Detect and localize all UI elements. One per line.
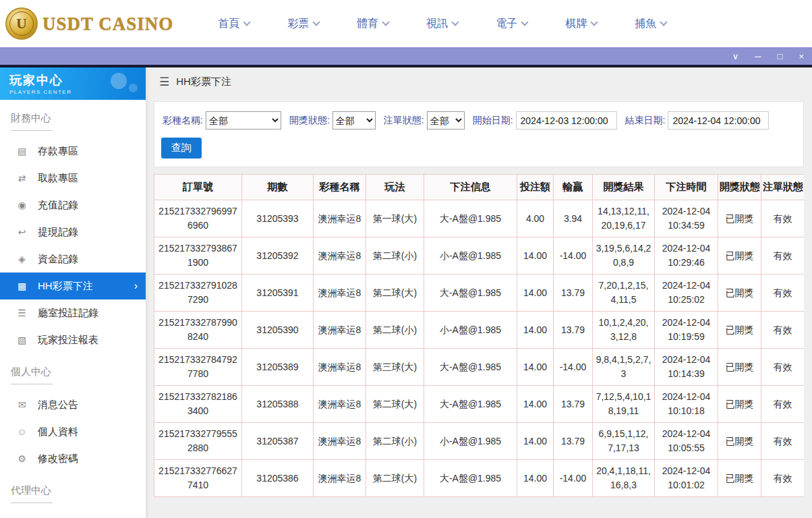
cell-win-loss: -14.00 [554, 349, 593, 386]
cell-win-loss: 13.79 [554, 386, 593, 423]
cell-bet-info: 大-A盤@1.985 [424, 386, 517, 423]
cell-win-loss: 13.79 [554, 275, 593, 312]
page-title: HH彩票下注 [176, 76, 231, 88]
cell-lottery-name: 澳洲幸运8 [314, 386, 366, 423]
cell-bet-amount: 14.00 [517, 275, 554, 312]
sidebar-item-funds-record[interactable]: ◈ 資金記錄 [0, 246, 146, 272]
start-date-input[interactable] [516, 111, 617, 130]
cell-bet-amount: 4.00 [517, 200, 554, 237]
col-play-type: 玩法 [366, 175, 424, 200]
lottery-name-select[interactable]: 全部 [206, 111, 281, 130]
cell-draw-result: 3,19,5,6,14,20,8,9 [593, 237, 655, 275]
cell-order-status: 有效 [761, 349, 805, 386]
cell-bet-time: 2024-12-04 10:10:18 [655, 386, 718, 423]
sidebar-item-agent-rules[interactable]: ☰ 代理規則說明 [0, 510, 146, 518]
app-window: U USDT CASINO 首頁 彩票 體育 視訊 電子 棋牌 捕魚 ∨ ─ □… [0, 0, 812, 518]
sidebar-item-recharge-record[interactable]: ◉ 充值記錄 [0, 192, 146, 219]
sidebar-subtitle: PLAYERS CENTER [9, 89, 146, 95]
cell-period: 31205390 [242, 312, 314, 349]
col-bet-amount: 投注額 [517, 175, 554, 200]
report-icon: ▧ [16, 335, 28, 345]
menu-icon[interactable]: ☰ [159, 75, 169, 89]
breadcrumb: ☰ HH彩票下注 [146, 67, 812, 96]
cell-draw-status: 已開獎 [718, 349, 761, 386]
cell-draw-result: 14,13,12,11,20,19,6,17 [593, 200, 655, 237]
cell-period: 31205388 [242, 386, 314, 423]
nav-item-video[interactable]: 視訊 [426, 17, 458, 31]
cell-order-no: 2152173327879908240 [154, 312, 242, 349]
sidebar: 玩家中心 PLAYERS CENTER 財務中心 ▤ 存款專區 ⇄ 取款專區 ◉… [0, 67, 146, 518]
transfer-icon: ⇄ [16, 173, 28, 183]
end-date-label: 結束日期: [625, 115, 666, 127]
cell-play-type: 第二球(大) [366, 275, 424, 312]
cell-period: 31205391 [242, 275, 314, 312]
cell-play-type: 第二球(大) [366, 386, 424, 423]
col-draw-result: 開獎結果 [593, 175, 655, 200]
cell-bet-time: 2024-12-04 10:01:02 [655, 460, 718, 497]
cell-order-status: 有效 [761, 423, 805, 460]
lottery-name-label: 彩種名稱: [163, 115, 203, 127]
cell-draw-status: 已開獎 [718, 460, 761, 497]
logo[interactable]: U USDT CASINO [5, 7, 173, 40]
order-status-select[interactable]: 全部 [427, 111, 465, 130]
sidebar-item-withdraw-record[interactable]: ↩ 提現記錄 [0, 219, 146, 246]
cell-lottery-name: 澳洲幸运8 [314, 312, 366, 349]
section-heading-finance: 財務中心 [0, 100, 146, 131]
sidebar-header: 玩家中心 PLAYERS CENTER [0, 67, 146, 100]
search-button[interactable]: 查詢 [161, 138, 202, 159]
end-date-input[interactable] [668, 111, 769, 130]
minimize-icon[interactable]: ─ [755, 52, 761, 61]
cell-bet-time: 2024-12-04 10:34:59 [655, 200, 718, 237]
draw-status-select[interactable]: 全部 [332, 111, 376, 130]
collapse-icon[interactable]: ∨ [732, 52, 739, 61]
sidebar-item-hh-lottery-bets[interactable]: ▦ HH彩票下注 › [0, 272, 146, 299]
sidebar-item-deposit[interactable]: ▤ 存款專區 [0, 138, 146, 165]
cell-period: 31205387 [242, 423, 314, 460]
sidebar-item-withdraw[interactable]: ⇄ 取款專區 [0, 165, 146, 192]
cell-order-status: 有效 [761, 312, 805, 349]
cell-play-type: 第二球(大) [366, 460, 424, 497]
cell-period: 31205393 [242, 200, 314, 237]
col-period: 期數 [242, 175, 314, 200]
cell-play-type: 第二球(小) [366, 237, 424, 275]
cell-draw-result: 20,4,1,18,11,16,8,3 [593, 460, 655, 497]
cell-draw-status: 已開獎 [718, 312, 761, 349]
nav-item-chess[interactable]: 棋牌 [565, 17, 597, 31]
cell-bet-info: 小-A盤@1.985 [424, 423, 517, 460]
col-lottery-name: 彩種名稱 [314, 175, 366, 200]
menu-list-icon: ☰ [16, 308, 28, 318]
cell-bet-time: 2024-12-04 10:05:55 [655, 423, 718, 460]
close-icon[interactable]: × [799, 52, 804, 61]
table-row: 2152173327847927780 31205389 澳洲幸运8 第三球(大… [154, 349, 805, 386]
cell-bet-amount: 14.00 [517, 349, 554, 386]
cell-bet-amount: 14.00 [517, 460, 554, 497]
nav-item-fishing[interactable]: 捕魚 [635, 17, 666, 31]
sidebar-item-announcements[interactable]: ✉ 消息公告 [0, 391, 146, 418]
chevron-down-icon [382, 18, 390, 26]
return-arrow-icon: ↩ [16, 227, 28, 237]
cell-period: 31205392 [242, 237, 314, 275]
cell-draw-status: 已開獎 [718, 275, 761, 312]
coins-icon: ◈ [16, 254, 28, 264]
cell-draw-result: 6,9,15,1,12,7,17,13 [593, 423, 655, 460]
sidebar-item-profile[interactable]: ☺ 個人資料 [0, 418, 146, 445]
nav-item-lottery[interactable]: 彩票 [287, 17, 319, 31]
maximize-icon[interactable]: □ [778, 52, 783, 61]
cell-play-type: 第三球(大) [366, 349, 424, 386]
table-row: 2152173327910287290 31205391 澳洲幸运8 第二球(大… [154, 275, 805, 312]
bets-table-wrap: 訂單號 期數 彩種名稱 玩法 下注信息 投注額 輸贏 開獎結果 下注時間 開獎狀… [154, 174, 804, 518]
nav-item-electronic[interactable]: 電子 [496, 17, 527, 31]
sidebar-item-player-bet-report[interactable]: ▧ 玩家投注報表 [0, 326, 146, 353]
cell-bet-amount: 14.00 [517, 423, 554, 460]
gear-icon: ⚙ [16, 453, 28, 464]
sidebar-item-change-password[interactable]: ⚙ 修改密碼 [0, 445, 146, 472]
cell-draw-status: 已開獎 [718, 423, 761, 460]
nav-item-sports[interactable]: 體育 [357, 17, 388, 31]
cell-bet-info: 大-A盤@1.985 [424, 349, 517, 386]
section-heading-agent: 代理中心 [0, 472, 146, 503]
filter-panel: 彩種名稱: 全部 開獎狀態: 全部 注單狀態: 全部 開始日期: 結束日期: [154, 101, 804, 167]
cell-play-type: 第一球(大) [366, 200, 424, 237]
cell-win-loss: 3.94 [554, 200, 593, 237]
sidebar-item-room-bet-records[interactable]: ☰ 廳室投註記錄 [0, 299, 146, 326]
nav-item-home[interactable]: 首頁 [218, 17, 250, 31]
